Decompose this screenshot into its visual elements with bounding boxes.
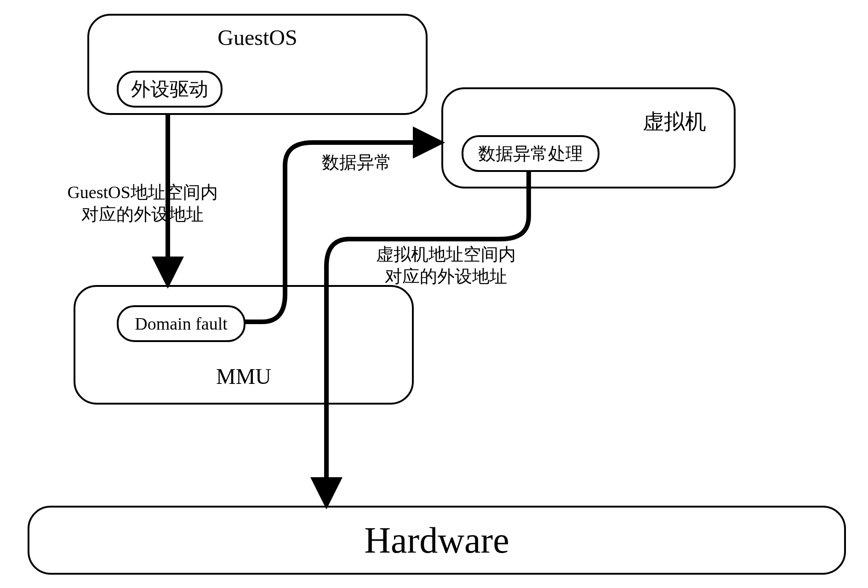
guestos-inner-driver: 外设驱动 xyxy=(117,71,223,108)
edge-label-vm-hardware: 虚拟机地址空间内 对应的外设地址 xyxy=(340,244,552,287)
mmu-inner-label: Domain fault xyxy=(135,314,228,334)
edge-label-guestos-mmu: GuestOS地址空间内 对应的外设地址 xyxy=(41,182,244,225)
hardware-box: Hardware xyxy=(28,506,846,575)
edge-label-mmu-vm: 数据异常 xyxy=(322,152,392,174)
mmu-box: Domain fault MMU xyxy=(74,285,414,405)
vm-inner-handler: 数据异常处理 xyxy=(462,135,600,172)
hardware-title: Hardware xyxy=(364,519,509,561)
guestos-box: GuestOS 外设驱动 xyxy=(87,14,428,115)
vm-title: 虚拟机 xyxy=(643,108,706,136)
mmu-inner-fault: Domain fault xyxy=(117,305,246,342)
guestos-title: GuestOS xyxy=(89,25,426,50)
guestos-inner-label: 外设驱动 xyxy=(131,76,208,102)
mmu-title: MMU xyxy=(75,364,412,389)
vm-inner-label: 数据异常处理 xyxy=(478,142,583,166)
vm-box: 虚拟机 数据异常处理 xyxy=(441,87,736,188)
